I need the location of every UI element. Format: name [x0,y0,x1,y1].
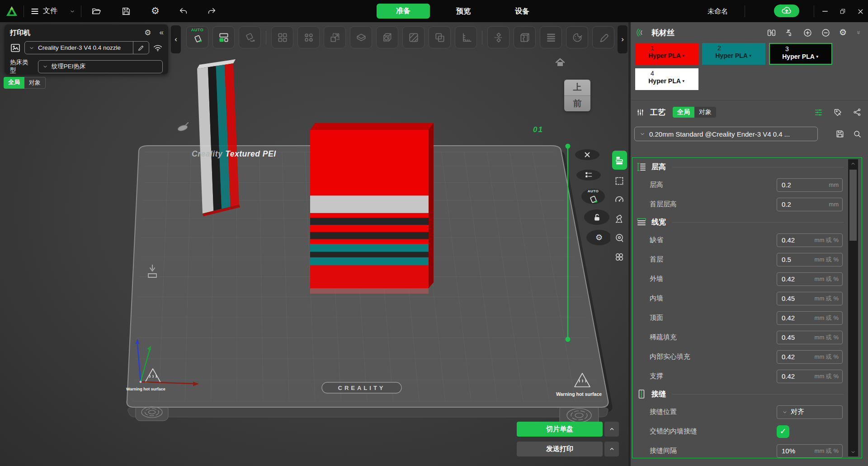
filament-name[interactable]: Hyper PLA▼ [702,52,765,59]
redo-button[interactable] [198,6,226,16]
param-input[interactable]: 0.2mm [777,178,843,192]
scope-object-tab[interactable]: 对象 [24,77,46,89]
toolbar-button-auto-orient[interactable]: AUTO [186,26,208,48]
float-object-list-button[interactable] [576,170,601,181]
toolbar-collapse-left[interactable]: ‹ [171,25,181,53]
share-icon[interactable] [853,108,862,117]
tab-preview[interactable]: 预览 [456,7,471,16]
toolbar-button-crack-cube[interactable] [514,26,536,48]
settings-button[interactable]: ⚙ [141,6,170,16]
param-input[interactable]: 0.5mm 或 % [777,253,843,266]
send-options-button[interactable] [604,442,619,456]
toolbar-button-text-3d[interactable] [540,26,562,48]
scroll-down-button[interactable] [848,447,858,456]
filament-name[interactable]: Hyper PLA▼ [635,77,698,85]
viewport-3d[interactable]: CrealityTextured PEICREALITYWarning hot … [0,22,628,466]
toolbar-button-hole-cube[interactable] [376,26,398,48]
open-file-button[interactable] [81,6,111,16]
undo-button[interactable] [170,6,198,16]
filament-slot-3[interactable]: 3 Hyper PLA▼ [769,43,832,65]
tab-prepare[interactable]: 准备 [377,4,430,19]
stamp-icon[interactable] [833,108,843,117]
rail-spotlight-button[interactable] [612,211,627,227]
float-close-button[interactable] [575,149,599,160]
save-preset-icon[interactable] [835,129,844,138]
tab-device[interactable]: 设备 [515,7,529,16]
window-restore-button[interactable] [837,5,849,17]
float-settings-button[interactable]: ⚙ [586,230,612,245]
scroll-up-button[interactable] [848,159,858,168]
toolbar-button-color-paint[interactable] [566,26,588,48]
sync-icon[interactable] [767,28,776,38]
section-header-线宽[interactable]: 线宽 [632,214,846,230]
filament-slot-2[interactable]: 2 Hyper PLA▼ [702,43,765,65]
add-icon[interactable] [803,28,812,38]
collapse-icon[interactable] [855,29,862,36]
filament-slot-4[interactable]: 4 Hyper PLA▼ [635,68,698,90]
filament-name[interactable]: Hyper PLA▼ [770,53,831,60]
param-input[interactable]: 0.45mm 或 % [777,331,843,344]
slice-options-button[interactable] [604,422,619,437]
toolbar-button-boolean[interactable] [429,26,451,48]
slice-plate-button[interactable]: 切片单盘 [517,422,603,437]
file-menu-expand[interactable] [64,8,81,14]
filament-name[interactable]: Hyper PLA▼ [635,52,698,59]
toolbar-button-pen[interactable] [592,26,614,48]
toolbar-button-split-objects[interactable] [271,26,293,48]
filament-slot-1[interactable]: 1 Hyper PLA▼ [635,43,698,65]
edit-printer-button[interactable] [133,42,149,54]
float-auto-orient-button[interactable]: AUTO [581,189,605,204]
toolbar-button-seam-pad[interactable] [350,26,372,48]
toolbar-button-split-parts[interactable] [297,26,320,48]
send-print-button[interactable]: 发送打印 [517,442,603,456]
param-select[interactable]: 对齐 [777,405,843,419]
toolbar-button-support-paint[interactable] [402,26,425,48]
param-input[interactable]: 0.42mm 或 % [777,311,843,325]
float-lock-open-button[interactable] [584,209,609,225]
printer-image-icon[interactable] [10,43,21,53]
printer-settings-icon[interactable]: ⚙ [144,29,151,37]
param-input[interactable]: 0.42mm 或 % [777,272,843,286]
home-view-button[interactable] [554,57,566,70]
param-input[interactable]: 10%mm 或 % [777,444,843,458]
section-header-接缝[interactable]: 接缝 [632,386,846,402]
search-params-icon[interactable] [853,129,862,138]
wifi-icon[interactable] [153,43,163,53]
param-input[interactable]: 0.45mm 或 % [777,292,843,305]
process-scope-object-tab[interactable]: 对象 [694,107,716,118]
collapse-panel-icon[interactable]: « [160,28,163,37]
settings-icon[interactable]: ⚙ [839,28,847,37]
save-button[interactable] [111,6,141,16]
orientation-front-label[interactable]: 前 [564,96,590,112]
toolbar-button-arrange[interactable] [212,26,235,48]
toolbar-button-mirror[interactable] [487,26,509,48]
rail-parameter-table-button[interactable] [612,151,627,170]
printer-select[interactable]: Creality Ender-3 V4 0.4 nozzle [24,41,149,54]
param-input[interactable]: 0.42mm 或 % [777,233,843,247]
orientation-cube[interactable]: 上 前 [564,80,590,111]
toolbar-button-scale[interactable] [324,26,346,48]
remove-icon[interactable] [821,28,830,38]
window-minimize-button[interactable] [819,5,831,17]
param-input[interactable]: 0.42mm 或 % [777,370,843,383]
orientation-top-label[interactable]: 上 [564,80,590,96]
rail-speed-gauge-button[interactable] [612,192,627,208]
scrollbar-thumb[interactable] [849,170,857,241]
bed-type-select[interactable]: 纹理PEI热床 [38,60,163,73]
rail-clover-button[interactable] [612,249,627,265]
param-level-icon[interactable] [814,108,823,117]
param-input[interactable]: 0.2mm [777,198,843,211]
flush-icon[interactable] [785,28,794,38]
toolbar-button-lay-flat[interactable] [239,26,261,48]
section-header-层高[interactable]: 层高 [632,159,846,175]
scope-global-tab[interactable]: 全局 [4,77,24,89]
file-menu[interactable]: 文件 [24,6,64,16]
rail-turntable-button[interactable] [612,230,627,246]
toolbar-button-measure[interactable] [455,26,477,48]
preset-select[interactable]: 0.20mm Standard @Creality Ender-3 V4 0.4… [634,127,818,141]
param-checkbox[interactable]: ✓ [777,425,789,438]
window-close-button[interactable] [854,5,866,17]
scrollbar[interactable] [848,159,858,456]
process-scope-global-tab[interactable]: 全局 [673,107,694,118]
toolbar-expand-right[interactable]: › [618,25,627,53]
